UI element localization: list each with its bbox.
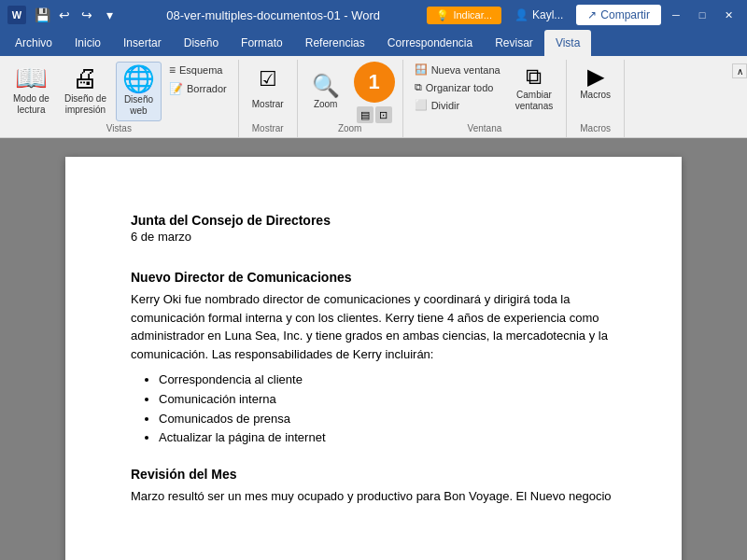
esquema-button[interactable]: ≡ Esquema: [165, 62, 231, 78]
title-bar-left: W 💾 ↩ ↪ ▾: [7, 5, 120, 25]
ribbon-tab-bar: Archivo Inicio Insertar Diseño Formato R…: [0, 30, 747, 56]
organizar-todo-icon: ⧉: [415, 81, 422, 93]
close-button[interactable]: ✕: [717, 6, 740, 24]
section-2-heading: Revisión del Mes: [131, 467, 616, 482]
tab-diseno[interactable]: Diseño: [173, 30, 230, 56]
share-button[interactable]: ↗ Compartir: [576, 5, 661, 25]
save-button[interactable]: 💾: [32, 5, 52, 25]
mostrar-button[interactable]: ☑ Mostrar: [247, 62, 289, 114]
user-label: Kayl...: [532, 8, 563, 21]
section-1: Nuevo Director de Comunicaciones Kerry O…: [131, 270, 616, 448]
borrador-icon: 📝: [169, 82, 183, 95]
organizar-todo-button[interactable]: ⧉ Organizar todo: [411, 79, 504, 95]
list-item: Comunicados de prensa: [159, 410, 616, 429]
document-date: 6 de marzo: [131, 230, 616, 244]
ventana-label: Ventana: [468, 123, 502, 137]
user-icon: 👤: [514, 8, 529, 21]
window-controls: 💡 Indicar... 👤 Kayl... ↗ Compartir ─ □ ✕: [427, 5, 740, 25]
lightbulb-icon: 💡: [436, 9, 449, 21]
tab-inicio[interactable]: Inicio: [63, 30, 112, 56]
main-content: Junta del Consejo de Directores 6 de mar…: [0, 138, 747, 560]
tell-me-tab[interactable]: 💡 Indicar...: [427, 7, 501, 24]
tab-correspondencia[interactable]: Correspondencia: [376, 30, 484, 56]
mostrar-group: ☑ Mostrar Mostrar: [239, 60, 298, 137]
zoom-100-button[interactable]: ▤: [357, 106, 374, 123]
zoom-number-badge[interactable]: 1: [354, 62, 395, 103]
ribbon: 📖 Modo delectura 🖨 Diseño deimpresión 🌐 …: [0, 56, 747, 138]
section-2: Revisión del Mes Marzo resultó ser un me…: [131, 467, 616, 506]
quick-access-dropdown[interactable]: ▾: [99, 5, 120, 25]
section-1-list: Correspondencia al cliente Comunicación …: [159, 371, 616, 448]
mostrar-label: Mostrar: [252, 123, 284, 137]
word-icon: W: [7, 6, 26, 24]
macros-button[interactable]: ▶ Macros: [574, 62, 616, 105]
diseno-impresion-button[interactable]: 🖨 Diseño deimpresión: [59, 62, 112, 119]
list-item: Actualizar la página de internet: [159, 428, 616, 448]
tell-me-label: Indicar...: [453, 9, 492, 21]
zoom-fit-button[interactable]: ⊡: [375, 106, 392, 123]
title-bar: W 💾 ↩ ↪ ▾ 08-ver-multiples-documentos-01…: [0, 0, 747, 30]
tab-insertar[interactable]: Insertar: [112, 30, 173, 56]
zoom-label: Zoom: [338, 123, 362, 137]
cambiar-ventanas-button[interactable]: ⧉ Cambiarventanas: [510, 62, 559, 116]
vistas-group: 📖 Modo delectura 🖨 Diseño deimpresión 🌐 …: [0, 60, 239, 137]
nueva-ventana-icon: 🪟: [415, 63, 428, 76]
macros-group: ▶ Macros Macros: [567, 60, 625, 137]
diseno-impresion-icon: 🖨: [72, 65, 98, 91]
document-area[interactable]: Junta del Consejo de Directores 6 de mar…: [0, 138, 747, 560]
esquema-icon: ≡: [169, 63, 176, 77]
undo-button[interactable]: ↩: [54, 5, 75, 25]
dividir-button[interactable]: ⬜ Dividir: [411, 97, 504, 113]
diseno-web-button[interactable]: 🌐 Diseñoweb: [116, 62, 162, 121]
tab-formato[interactable]: Formato: [230, 30, 294, 56]
zoom-group: 🔍 Zoom 1 ▤ ⊡ Zoom: [298, 60, 403, 137]
vistas-label: Vistas: [106, 123, 132, 137]
minimize-button[interactable]: ─: [665, 6, 687, 24]
tab-vista[interactable]: Vista: [544, 30, 591, 56]
mostrar-icon: ☑: [259, 69, 277, 90]
macros-icon: ▶: [587, 65, 604, 88]
content-area: Junta del Consejo de Directores 6 de mar…: [0, 138, 747, 560]
ventana-group: 🪟 Nueva ventana ⧉ Organizar todo ⬜ Divid…: [403, 60, 568, 137]
tab-revisar[interactable]: Revisar: [484, 30, 544, 56]
tab-archivo[interactable]: Archivo: [4, 30, 63, 56]
diseno-web-icon: 🌐: [122, 66, 155, 92]
user-tab[interactable]: 👤 Kayl...: [505, 6, 572, 24]
cambiar-ventanas-icon: ⧉: [526, 65, 542, 88]
modo-lectura-icon: 📖: [15, 65, 48, 91]
zoom-icon: 🔍: [312, 75, 340, 97]
list-item: Comunicación interna: [159, 390, 616, 410]
ribbon-collapse-button[interactable]: ∧: [732, 63, 747, 78]
share-label: Compartir: [600, 8, 650, 21]
redo-button[interactable]: ↪: [77, 5, 97, 25]
zoom-button[interactable]: 🔍 Zoom: [305, 71, 346, 114]
share-icon: ↗: [587, 8, 597, 21]
document-main-title: Junta del Consejo de Directores: [131, 213, 616, 228]
section-2-body: Marzo resultó ser un mes muy ocupado y p…: [131, 487, 616, 506]
list-item: Correspondencia al cliente: [159, 371, 616, 390]
macros-label: Macros: [580, 123, 611, 137]
tab-referencias[interactable]: Referencias: [294, 30, 376, 56]
section-1-body: Kerry Oki fue nombrado director de comun…: [131, 290, 616, 363]
maximize-button[interactable]: □: [691, 6, 713, 24]
modo-lectura-button[interactable]: 📖 Modo delectura: [7, 62, 55, 119]
document-title: 08-ver-multiples-documentos-01 - Word: [120, 8, 427, 22]
borrador-button[interactable]: 📝 Borrador: [165, 80, 231, 97]
section-1-heading: Nuevo Director de Comunicaciones: [131, 270, 616, 285]
nueva-ventana-button[interactable]: 🪟 Nueva ventana: [411, 62, 504, 77]
zoom-number: 1: [369, 70, 380, 94]
quick-access-toolbar: 💾 ↩ ↪ ▾: [32, 5, 120, 25]
dividir-icon: ⬜: [415, 99, 428, 111]
document-page: Junta del Consejo de Directores 6 de mar…: [65, 157, 682, 560]
